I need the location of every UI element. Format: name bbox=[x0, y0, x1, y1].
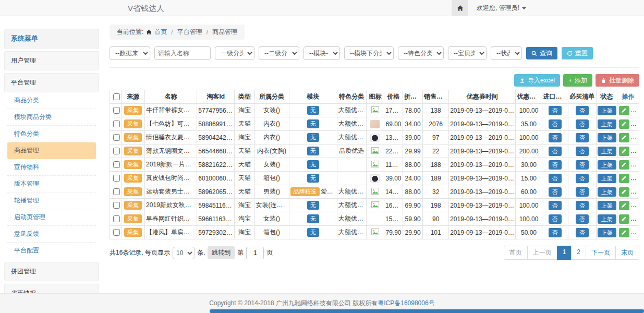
must-buy-toggle[interactable]: 否 bbox=[576, 228, 589, 237]
data-source-select[interactable]: --数据来源-- bbox=[110, 46, 150, 60]
level1-category-select[interactable]: 一级分类 bbox=[215, 46, 254, 60]
status-select[interactable]: --状态-- bbox=[491, 46, 522, 60]
must-buy-toggle[interactable]: 否 bbox=[576, 133, 589, 142]
row-checkbox[interactable] bbox=[113, 215, 120, 222]
horizontal-scrollbar-thumb[interactable] bbox=[210, 309, 644, 313]
must-buy-toggle[interactable]: 否 bbox=[576, 214, 589, 224]
row-checkbox[interactable] bbox=[113, 229, 120, 236]
must-buy-toggle[interactable]: 否 bbox=[576, 119, 589, 129]
feature-category-select[interactable]: --特色分类-- bbox=[398, 46, 444, 60]
import-select-toggle[interactable]: 否 bbox=[549, 147, 562, 156]
batch-delete-button[interactable]: 批量删除 bbox=[596, 74, 639, 87]
reset-button[interactable]: 重置 bbox=[562, 47, 593, 59]
coupon-amount: 100.00 bbox=[516, 131, 542, 145]
must-buy-toggle[interactable]: 否 bbox=[576, 106, 589, 115]
edit-button[interactable] bbox=[619, 147, 629, 156]
row-checkbox[interactable] bbox=[113, 175, 120, 182]
import-select-toggle[interactable]: 否 bbox=[549, 133, 562, 142]
sidebar-item-5[interactable]: 商品管理 bbox=[7, 142, 96, 159]
row-checkbox[interactable] bbox=[113, 121, 120, 127]
import-select-toggle[interactable]: 否 bbox=[549, 174, 562, 183]
import-excel-button[interactable]: 导入excel bbox=[514, 74, 560, 87]
edit-button[interactable] bbox=[619, 214, 629, 224]
state-button[interactable]: 上架 bbox=[598, 228, 616, 237]
name-search-input[interactable] bbox=[154, 46, 211, 60]
sidebar-item-4[interactable]: 特色分类 bbox=[7, 126, 96, 142]
state-button[interactable]: 上架 bbox=[598, 160, 616, 170]
row-checkbox[interactable] bbox=[113, 134, 120, 141]
operations-cell bbox=[617, 104, 639, 117]
sidebar-item-9[interactable]: 启动页管理 bbox=[7, 209, 96, 226]
prev-page-button[interactable]: 上一页 bbox=[527, 246, 557, 260]
page-size-select[interactable]: 10 bbox=[173, 247, 195, 259]
first-page-button[interactable]: 首页 bbox=[504, 246, 528, 260]
import-select-toggle[interactable]: 否 bbox=[549, 201, 562, 210]
page-1-button[interactable]: 1 bbox=[557, 246, 572, 260]
add-button[interactable]: + 添加 bbox=[563, 74, 592, 87]
edit-button[interactable] bbox=[619, 119, 629, 129]
state-button[interactable]: 上架 bbox=[598, 119, 616, 129]
must-buy-toggle[interactable]: 否 bbox=[576, 174, 589, 183]
sidebar-item-1[interactable]: 平台管理 bbox=[4, 73, 99, 92]
edit-button[interactable] bbox=[619, 133, 629, 142]
import-select-toggle[interactable]: 否 bbox=[549, 228, 562, 237]
module-subcategory-select[interactable]: --模块下分类-- bbox=[344, 46, 394, 60]
edit-button[interactable] bbox=[619, 106, 629, 115]
import-select-toggle[interactable]: 否 bbox=[549, 187, 562, 197]
state-button[interactable]: 上架 bbox=[598, 133, 616, 142]
page-2-button[interactable]: 2 bbox=[571, 246, 586, 260]
sidebar-item-3[interactable]: 模块商品分类 bbox=[7, 109, 96, 126]
must-buy-toggle[interactable]: 否 bbox=[576, 147, 589, 156]
next-page-button[interactable]: 下一页 bbox=[586, 246, 616, 260]
sidebar-item-10[interactable]: 意见反馈 bbox=[7, 226, 96, 243]
sidebar-item-0[interactable]: 用户管理 bbox=[4, 51, 99, 70]
home-button[interactable] bbox=[452, 0, 468, 16]
must-buy-toggle[interactable]: 否 bbox=[576, 187, 589, 197]
module-badge: 无 bbox=[307, 119, 319, 128]
import-select-toggle[interactable]: 否 bbox=[549, 160, 562, 170]
sidebar-item-2[interactable]: 商品分类 bbox=[7, 92, 96, 109]
edit-button[interactable] bbox=[619, 201, 629, 210]
state-button[interactable]: 上架 bbox=[598, 214, 616, 224]
level2-category-select[interactable]: --二级分类-- bbox=[259, 46, 299, 60]
state-button[interactable]: 上架 bbox=[598, 187, 616, 197]
edit-button[interactable] bbox=[619, 228, 629, 237]
feature-category: 大额优惠券 bbox=[337, 199, 366, 212]
search-button[interactable]: 查询 bbox=[526, 47, 557, 59]
select-all-checkbox[interactable] bbox=[113, 93, 120, 100]
icp-link[interactable]: 粤ICP备16098006号 bbox=[378, 299, 434, 308]
taoke-id: 588869917501 bbox=[197, 117, 235, 131]
state-button[interactable]: 上架 bbox=[598, 174, 616, 183]
row-checkbox[interactable] bbox=[113, 161, 120, 168]
breadcrumb-level1: 平台管理 bbox=[177, 28, 202, 37]
row-checkbox[interactable] bbox=[113, 188, 120, 195]
jump-button[interactable]: 跳转到 bbox=[208, 246, 235, 259]
row-checkbox[interactable] bbox=[113, 148, 120, 154]
user-menu[interactable]: 欢迎您, 管理员! bbox=[477, 4, 526, 13]
row-checkbox[interactable] bbox=[113, 202, 120, 209]
sidebar-item-11[interactable]: 平台配置 bbox=[7, 243, 96, 259]
state-button[interactable]: 上架 bbox=[598, 147, 616, 156]
edit-button[interactable] bbox=[619, 160, 629, 170]
breadcrumb-home-link[interactable]: 首页 bbox=[154, 28, 167, 37]
row-checkbox[interactable] bbox=[113, 107, 120, 114]
module-select[interactable]: --模块-- bbox=[303, 46, 340, 60]
state-button[interactable]: 上架 bbox=[598, 106, 616, 115]
item-type-select[interactable]: --宝贝类型-- bbox=[448, 46, 487, 60]
sidebar-item-8[interactable]: 轮播管理 bbox=[7, 192, 96, 209]
must-buy-toggle[interactable]: 否 bbox=[576, 201, 589, 210]
sidebar-item-12[interactable]: 拼团管理 bbox=[4, 262, 99, 281]
edit-button[interactable] bbox=[619, 174, 629, 183]
edit-button[interactable] bbox=[619, 187, 629, 197]
import-select-toggle[interactable]: 否 bbox=[549, 214, 562, 224]
must-buy-toggle[interactable]: 否 bbox=[576, 160, 589, 170]
product-category: 女装() bbox=[254, 104, 289, 117]
import-select-toggle[interactable]: 否 bbox=[549, 119, 562, 129]
last-page-button[interactable]: 末页 bbox=[615, 246, 639, 260]
import-select-toggle[interactable]: 否 bbox=[549, 106, 562, 115]
sidebar-item-6[interactable]: 宣传物料 bbox=[7, 159, 96, 176]
sidebar-item-7[interactable]: 版本管理 bbox=[7, 176, 96, 192]
main-content: 当前位置: 首页 / 平台管理 / 商品管理 --数据来源-- 一级分类 --二… bbox=[110, 25, 639, 260]
page-number-input[interactable] bbox=[246, 247, 264, 259]
state-button[interactable]: 上架 bbox=[598, 201, 616, 210]
